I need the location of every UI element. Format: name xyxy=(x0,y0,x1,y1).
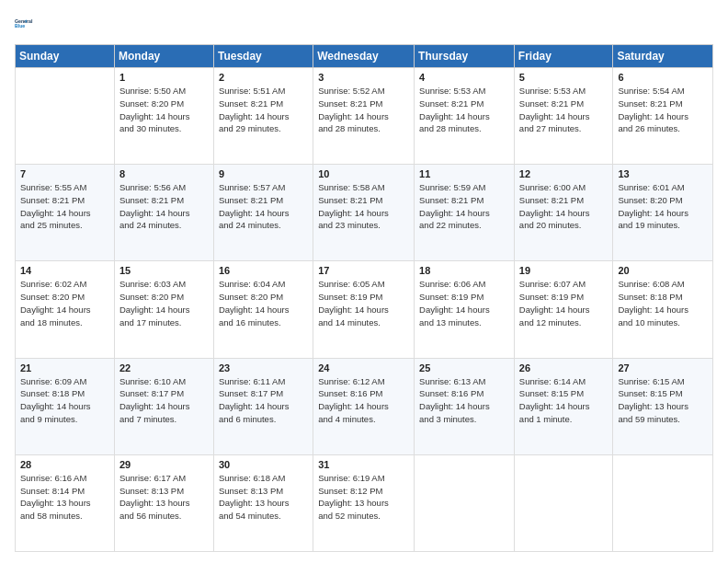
calendar-cell: 17Sunrise: 6:05 AM Sunset: 8:19 PM Dayli… xyxy=(313,261,415,358)
calendar-cell xyxy=(514,454,613,551)
day-info: Sunrise: 5:55 AM Sunset: 8:21 PM Dayligh… xyxy=(20,181,109,232)
week-row-5: 28Sunrise: 6:16 AM Sunset: 8:14 PM Dayli… xyxy=(16,454,713,551)
logo-icon: General Blue xyxy=(15,11,40,37)
day-info: Sunrise: 6:13 AM Sunset: 8:16 PM Dayligh… xyxy=(419,375,509,426)
calendar-cell: 2Sunrise: 5:51 AM Sunset: 8:21 PM Daylig… xyxy=(213,68,313,165)
calendar-table: SundayMondayTuesdayWednesdayThursdayFrid… xyxy=(15,44,713,552)
day-number: 9 xyxy=(219,168,308,179)
day-number: 29 xyxy=(119,459,209,470)
day-info: Sunrise: 6:04 AM Sunset: 8:20 PM Dayligh… xyxy=(219,278,308,328)
day-info: Sunrise: 6:10 AM Sunset: 8:17 PM Dayligh… xyxy=(119,375,209,426)
week-row-1: 1Sunrise: 5:50 AM Sunset: 8:20 PM Daylig… xyxy=(16,68,713,165)
calendar-cell: 5Sunrise: 5:53 AM Sunset: 8:21 PM Daylig… xyxy=(514,68,613,165)
calendar-cell: 14Sunrise: 6:02 AM Sunset: 8:20 PM Dayli… xyxy=(16,261,115,358)
day-info: Sunrise: 5:52 AM Sunset: 8:21 PM Dayligh… xyxy=(318,85,409,135)
day-number: 21 xyxy=(20,362,109,373)
calendar-cell: 7Sunrise: 5:55 AM Sunset: 8:21 PM Daylig… xyxy=(16,165,115,261)
calendar-cell: 12Sunrise: 6:00 AM Sunset: 8:21 PM Dayli… xyxy=(514,165,613,261)
calendar-cell: 9Sunrise: 5:57 AM Sunset: 8:21 PM Daylig… xyxy=(213,165,313,261)
day-info: Sunrise: 6:15 AM Sunset: 8:15 PM Dayligh… xyxy=(618,375,708,426)
day-number: 8 xyxy=(119,168,209,179)
day-number: 18 xyxy=(419,265,509,276)
calendar-cell: 18Sunrise: 6:06 AM Sunset: 8:19 PM Dayli… xyxy=(415,261,515,358)
calendar-cell xyxy=(415,454,515,551)
day-info: Sunrise: 6:09 AM Sunset: 8:18 PM Dayligh… xyxy=(20,375,109,426)
calendar-cell xyxy=(613,454,713,551)
day-info: Sunrise: 6:01 AM Sunset: 8:20 PM Dayligh… xyxy=(618,181,708,232)
calendar-cell: 20Sunrise: 6:08 AM Sunset: 8:18 PM Dayli… xyxy=(613,261,713,358)
weekday-header-wednesday: Wednesday xyxy=(313,45,415,68)
day-info: Sunrise: 6:11 AM Sunset: 8:17 PM Dayligh… xyxy=(219,375,308,426)
day-number: 11 xyxy=(419,168,509,179)
day-info: Sunrise: 6:17 AM Sunset: 8:13 PM Dayligh… xyxy=(119,472,209,523)
calendar-cell: 30Sunrise: 6:18 AM Sunset: 8:13 PM Dayli… xyxy=(213,454,313,551)
weekday-header-tuesday: Tuesday xyxy=(213,45,313,68)
day-info: Sunrise: 6:02 AM Sunset: 8:20 PM Dayligh… xyxy=(20,278,109,328)
day-info: Sunrise: 5:58 AM Sunset: 8:21 PM Dayligh… xyxy=(318,181,409,232)
calendar-cell: 19Sunrise: 6:07 AM Sunset: 8:19 PM Dayli… xyxy=(514,261,613,358)
day-number: 1 xyxy=(119,72,209,83)
day-info: Sunrise: 5:50 AM Sunset: 8:20 PM Dayligh… xyxy=(119,85,209,135)
day-info: Sunrise: 6:14 AM Sunset: 8:15 PM Dayligh… xyxy=(519,375,609,426)
day-info: Sunrise: 6:06 AM Sunset: 8:19 PM Dayligh… xyxy=(419,278,509,328)
day-number: 16 xyxy=(219,265,308,276)
day-number: 22 xyxy=(119,362,209,373)
day-info: Sunrise: 6:12 AM Sunset: 8:16 PM Dayligh… xyxy=(318,375,409,426)
day-number: 26 xyxy=(519,362,609,373)
calendar-cell: 13Sunrise: 6:01 AM Sunset: 8:20 PM Dayli… xyxy=(613,165,713,261)
day-info: Sunrise: 5:59 AM Sunset: 8:21 PM Dayligh… xyxy=(419,181,509,232)
calendar-cell: 29Sunrise: 6:17 AM Sunset: 8:13 PM Dayli… xyxy=(114,454,213,551)
logo: General Blue xyxy=(15,11,40,37)
day-info: Sunrise: 6:05 AM Sunset: 8:19 PM Dayligh… xyxy=(318,278,409,328)
calendar-cell: 1Sunrise: 5:50 AM Sunset: 8:20 PM Daylig… xyxy=(114,68,213,165)
day-number: 2 xyxy=(219,72,308,83)
day-info: Sunrise: 6:00 AM Sunset: 8:21 PM Dayligh… xyxy=(519,181,609,232)
day-number: 17 xyxy=(318,265,409,276)
day-info: Sunrise: 5:54 AM Sunset: 8:21 PM Dayligh… xyxy=(618,85,708,135)
day-number: 10 xyxy=(318,168,409,179)
day-info: Sunrise: 6:18 AM Sunset: 8:13 PM Dayligh… xyxy=(219,472,308,523)
week-row-4: 21Sunrise: 6:09 AM Sunset: 8:18 PM Dayli… xyxy=(16,358,713,454)
day-number: 30 xyxy=(219,459,308,470)
calendar-cell xyxy=(16,68,115,165)
calendar-cell: 8Sunrise: 5:56 AM Sunset: 8:21 PM Daylig… xyxy=(114,165,213,261)
day-info: Sunrise: 5:57 AM Sunset: 8:21 PM Dayligh… xyxy=(219,181,308,232)
weekday-header-saturday: Saturday xyxy=(613,45,713,68)
day-number: 19 xyxy=(519,265,609,276)
day-number: 24 xyxy=(318,362,409,373)
day-info: Sunrise: 6:07 AM Sunset: 8:19 PM Dayligh… xyxy=(519,278,609,328)
day-info: Sunrise: 5:53 AM Sunset: 8:21 PM Dayligh… xyxy=(419,85,509,135)
calendar-cell: 15Sunrise: 6:03 AM Sunset: 8:20 PM Dayli… xyxy=(114,261,213,358)
day-number: 13 xyxy=(618,168,708,179)
header: General Blue xyxy=(15,11,713,37)
calendar-cell: 23Sunrise: 6:11 AM Sunset: 8:17 PM Dayli… xyxy=(213,358,313,454)
calendar-cell: 6Sunrise: 5:54 AM Sunset: 8:21 PM Daylig… xyxy=(613,68,713,165)
day-number: 31 xyxy=(318,459,409,470)
calendar-cell: 22Sunrise: 6:10 AM Sunset: 8:17 PM Dayli… xyxy=(114,358,213,454)
calendar-cell: 31Sunrise: 6:19 AM Sunset: 8:12 PM Dayli… xyxy=(313,454,415,551)
calendar-cell: 21Sunrise: 6:09 AM Sunset: 8:18 PM Dayli… xyxy=(16,358,115,454)
calendar-cell: 24Sunrise: 6:12 AM Sunset: 8:16 PM Dayli… xyxy=(313,358,415,454)
day-number: 23 xyxy=(219,362,308,373)
calendar-cell: 3Sunrise: 5:52 AM Sunset: 8:21 PM Daylig… xyxy=(313,68,415,165)
weekday-header-monday: Monday xyxy=(114,45,213,68)
svg-text:Blue: Blue xyxy=(15,23,25,29)
day-info: Sunrise: 5:53 AM Sunset: 8:21 PM Dayligh… xyxy=(519,85,609,135)
weekday-header-thursday: Thursday xyxy=(415,45,515,68)
weekday-header-sunday: Sunday xyxy=(16,45,115,68)
weekday-header-row: SundayMondayTuesdayWednesdayThursdayFrid… xyxy=(16,45,713,68)
day-info: Sunrise: 6:19 AM Sunset: 8:12 PM Dayligh… xyxy=(318,472,409,523)
day-number: 14 xyxy=(20,265,109,276)
day-number: 3 xyxy=(318,72,409,83)
day-info: Sunrise: 5:51 AM Sunset: 8:21 PM Dayligh… xyxy=(219,85,308,135)
page: General Blue SundayMondayTuesdayWednesda… xyxy=(0,0,728,563)
day-number: 28 xyxy=(20,459,109,470)
calendar-cell: 28Sunrise: 6:16 AM Sunset: 8:14 PM Dayli… xyxy=(16,454,115,551)
day-info: Sunrise: 6:08 AM Sunset: 8:18 PM Dayligh… xyxy=(618,278,708,328)
day-number: 6 xyxy=(618,72,708,83)
calendar-cell: 26Sunrise: 6:14 AM Sunset: 8:15 PM Dayli… xyxy=(514,358,613,454)
calendar-cell: 27Sunrise: 6:15 AM Sunset: 8:15 PM Dayli… xyxy=(613,358,713,454)
calendar-cell: 4Sunrise: 5:53 AM Sunset: 8:21 PM Daylig… xyxy=(415,68,515,165)
calendar-cell: 16Sunrise: 6:04 AM Sunset: 8:20 PM Dayli… xyxy=(213,261,313,358)
day-number: 7 xyxy=(20,168,109,179)
